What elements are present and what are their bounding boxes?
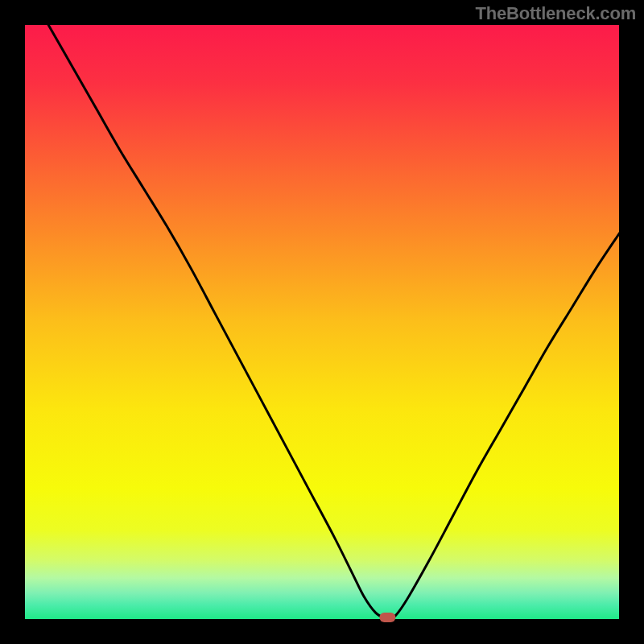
watermark-label: TheBottleneck.com: [475, 3, 636, 24]
bottleneck-chart: TheBottleneck.com: [0, 0, 644, 644]
chart-svg: [0, 0, 644, 644]
chart-plot-area: [24, 24, 620, 620]
optimum-marker: [379, 613, 395, 622]
